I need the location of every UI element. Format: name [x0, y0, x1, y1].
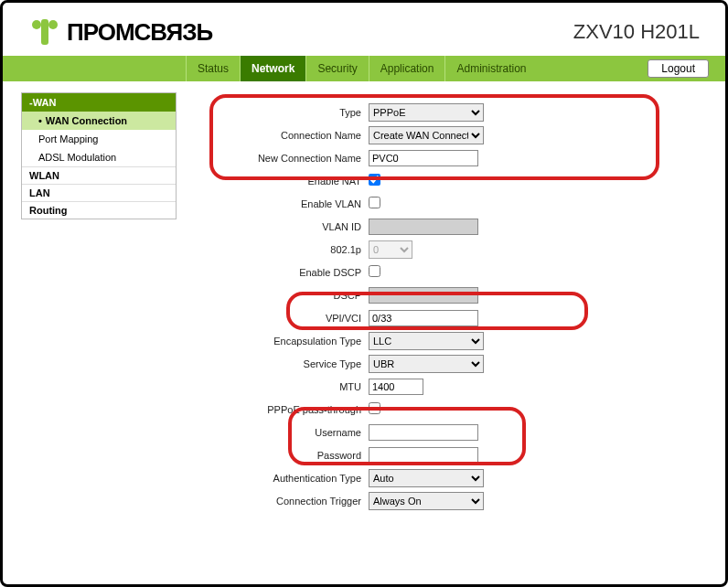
sidebar-section-wan[interactable]: -WAN: [22, 93, 176, 112]
input-password[interactable]: [369, 447, 478, 464]
checkbox-enable-vlan[interactable]: [369, 197, 380, 208]
label-conn-trigger: Connection Trigger: [195, 496, 369, 507]
select-encapsulation-type[interactable]: LLC: [369, 332, 484, 350]
sidebar: -WAN WAN Connection Port Mapping ADSL Mo…: [21, 92, 177, 219]
label-vlan-id: VLAN ID: [195, 221, 369, 232]
label-auth-type: Authentication Type: [195, 473, 369, 484]
select-service-type[interactable]: UBR: [369, 355, 484, 373]
label-pppoe-pass: PPPoE pass-through: [195, 404, 369, 415]
select-auth-type[interactable]: Auto: [369, 469, 484, 487]
svg-point-2: [48, 20, 58, 29]
checkbox-pppoe-pass[interactable]: [369, 402, 380, 414]
sidebar-item-adsl-modulation[interactable]: ADSL Modulation: [22, 148, 176, 166]
tab-status[interactable]: Status: [186, 56, 240, 81]
select-conn-trigger[interactable]: Always On: [369, 492, 484, 510]
label-mtu: MTU: [195, 381, 369, 392]
label-vpi-vci: VPI/VCI: [195, 313, 369, 324]
label-password: Password: [195, 450, 369, 461]
input-mtu[interactable]: [369, 379, 423, 395]
app-frame: ПРОМСВЯЗЬ ZXV10 H201L Status Network Sec…: [0, 0, 728, 587]
tab-security[interactable]: Security: [305, 56, 368, 81]
header: ПРОМСВЯЗЬ ZXV10 H201L: [3, 3, 725, 56]
brand-text: ПРОМСВЯЗЬ: [67, 18, 212, 47]
select-connection-name[interactable]: Create WAN Connection: [369, 126, 484, 144]
label-enable-vlan: Enable VLAN: [195, 198, 369, 209]
label-service-type: Service Type: [195, 358, 369, 369]
label-username: Username: [195, 427, 369, 438]
svg-point-1: [32, 20, 41, 29]
content-pane: Type PPPoE Connection Name Create WAN Co…: [177, 92, 725, 562]
main-tabs: Status Network Security Application Admi…: [3, 56, 725, 81]
label-new-connection-name: New Connection Name: [195, 153, 369, 164]
input-vpi-vci[interactable]: [369, 310, 478, 326]
label-encapsulation-type: Encapsulation Type: [195, 336, 369, 347]
sidebar-item-port-mapping[interactable]: Port Mapping: [22, 130, 176, 148]
label-dscp: DSCP: [195, 290, 369, 301]
label-type: Type: [195, 107, 369, 118]
label-8021p: 802.1p: [195, 244, 369, 255]
sidebar-section-wlan[interactable]: WLAN: [22, 166, 176, 184]
input-vlan-id: [369, 219, 478, 235]
input-username[interactable]: [369, 424, 478, 441]
select-type[interactable]: PPPoE: [369, 103, 484, 122]
sidebar-section-routing[interactable]: Routing: [22, 201, 176, 219]
tab-administration[interactable]: Administration: [444, 56, 537, 81]
checkbox-enable-nat[interactable]: [369, 174, 380, 186]
sidebar-section-lan[interactable]: LAN: [22, 184, 176, 201]
label-connection-name: Connection Name: [195, 130, 369, 141]
input-new-connection-name[interactable]: [369, 150, 478, 166]
logo-icon: [28, 16, 61, 48]
tab-application[interactable]: Application: [369, 56, 445, 81]
tab-network[interactable]: Network: [240, 56, 305, 81]
sidebar-item-wan-connection[interactable]: WAN Connection: [22, 112, 176, 130]
select-8021p: 0: [369, 240, 412, 259]
checkbox-enable-dscp[interactable]: [369, 265, 380, 277]
svg-rect-0: [41, 19, 48, 45]
label-enable-dscp: Enable DSCP: [195, 267, 369, 278]
input-dscp: [369, 287, 478, 304]
label-enable-nat: Enable NAT: [195, 176, 369, 187]
logout-button[interactable]: Logout: [648, 59, 709, 78]
model-label: ZXV10 H201L: [573, 20, 700, 44]
brand-logo: ПРОМСВЯЗЬ: [28, 16, 212, 48]
